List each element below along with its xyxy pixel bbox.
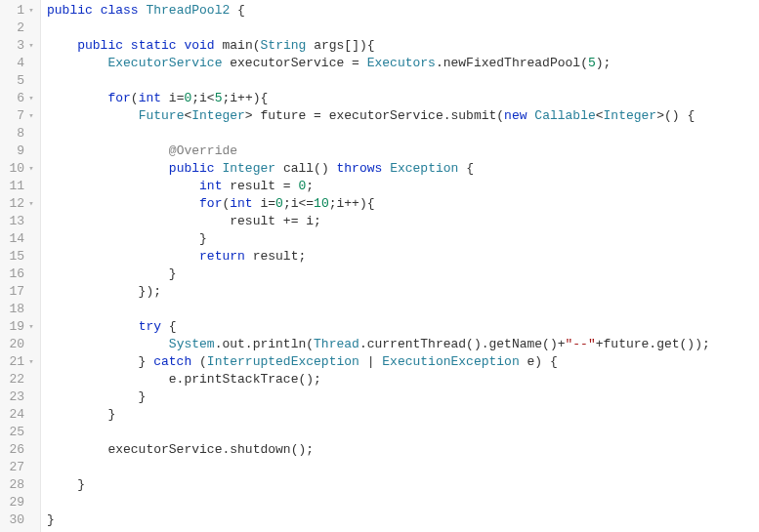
gutter-row: 10▾ <box>0 160 38 178</box>
token-id: main <box>223 38 253 53</box>
code-line: Future<Integer> future = executorService… <box>47 107 759 125</box>
token-pn <box>47 108 139 123</box>
token-pn: args[]){ <box>306 38 374 53</box>
token-kw: int <box>230 196 252 211</box>
code-area: public class ThreadPool2 { public static… <box>41 0 759 532</box>
code-line: for(int i=0;i<5;i++){ <box>47 90 759 107</box>
gutter-row: 2 <box>0 20 38 37</box>
gutter-row: 1▾ <box>0 2 38 20</box>
token-pn: } <box>47 512 55 527</box>
token-str: "--" <box>566 337 596 351</box>
gutter-row: 7▾ <box>0 107 38 125</box>
gutter-row: 30 <box>0 512 38 529</box>
line-number: 3 <box>17 37 26 55</box>
token-kw: public <box>169 161 215 176</box>
token-pn: } <box>47 231 207 246</box>
code-line: return result; <box>47 248 759 266</box>
fold-toggle-icon[interactable]: ▾ <box>26 90 36 107</box>
code-line: public Integer call() throws Exception { <box>47 160 759 178</box>
token-kw: new <box>504 108 527 123</box>
token-num-lit: 0 <box>275 196 283 211</box>
token-pn: { <box>230 3 245 18</box>
code-line <box>47 301 759 318</box>
line-number: 2 <box>17 20 26 37</box>
token-id: call <box>283 161 314 176</box>
token-kw: throws <box>337 161 383 176</box>
fold-toggle-icon[interactable]: ▾ <box>26 318 36 336</box>
line-number: 27 <box>9 459 26 476</box>
gutter-row: 13 <box>0 213 38 230</box>
token-pn <box>215 38 223 53</box>
token-pn <box>123 38 131 53</box>
token-kw: return <box>199 249 245 264</box>
token-pn: >() { <box>656 108 695 123</box>
token-pn <box>275 161 283 176</box>
gutter-row: 12▾ <box>0 195 38 213</box>
line-number: 11 <box>9 178 26 195</box>
fold-toggle-icon[interactable]: ▾ <box>26 195 36 213</box>
fold-toggle-icon[interactable]: ▾ <box>26 353 36 371</box>
line-number: 19 <box>9 318 26 336</box>
gutter-row: 8 <box>0 125 38 143</box>
token-kw: public <box>47 3 93 18</box>
line-number: 17 <box>9 283 26 301</box>
code-line: } <box>47 266 759 283</box>
line-number: 12 <box>9 195 26 213</box>
token-type: ExecutionException <box>382 354 519 369</box>
gutter-row: 14 <box>0 230 38 248</box>
line-number: 16 <box>9 266 26 283</box>
gutter-row: 9 <box>0 143 38 160</box>
token-num-lit: 10 <box>314 196 329 211</box>
gutter-row: 6▾ <box>0 90 38 107</box>
token-pn: result += i; <box>47 214 321 228</box>
token-pn: () <box>314 161 336 176</box>
line-number: 4 <box>17 55 26 72</box>
code-line: } <box>47 230 759 248</box>
line-number: 1 <box>17 2 26 20</box>
gutter-row: 4 <box>0 55 38 72</box>
code-line: ExecutorService executorService = Execut… <box>47 55 759 72</box>
token-pn: ;i++){ <box>222 91 268 105</box>
line-number: 13 <box>9 213 26 230</box>
token-pn: .currentThread().getName()+ <box>359 337 566 351</box>
code-line: e.printStackTrace(); <box>47 371 759 389</box>
token-ann: @Override <box>169 143 237 158</box>
line-number: 24 <box>9 406 26 424</box>
code-line: public static void main(String args[]){ <box>47 37 759 55</box>
gutter-row: 11 <box>0 178 38 195</box>
gutter-row: 28 <box>0 476 38 494</box>
fold-toggle-icon[interactable]: ▾ <box>26 107 36 125</box>
token-pn <box>47 143 169 158</box>
code-line <box>47 125 759 143</box>
code-line: } catch (InterruptedException | Executio… <box>47 353 759 371</box>
token-pn: }); <box>47 284 161 299</box>
token-pn <box>47 319 139 334</box>
fold-toggle-icon[interactable]: ▾ <box>26 160 36 178</box>
token-pn <box>47 56 107 70</box>
line-number: 21 <box>9 353 26 371</box>
fold-toggle-icon[interactable]: ▾ <box>26 2 36 20</box>
fold-toggle-icon[interactable]: ▾ <box>26 37 36 55</box>
token-type: Integer <box>191 108 245 123</box>
token-pn <box>47 179 199 193</box>
token-type: Callable <box>534 108 595 123</box>
line-number-gutter: 1▾23▾456▾7▾8910▾1112▾13141516171819▾2021… <box>0 0 41 532</box>
code-line: } <box>47 512 759 529</box>
token-pn: | <box>359 354 382 369</box>
line-number: 18 <box>9 301 26 318</box>
line-number: 23 <box>9 389 26 406</box>
gutter-row: 16 <box>0 266 38 283</box>
token-pn: ( <box>191 354 207 369</box>
token-kw: try <box>139 319 161 334</box>
gutter-row: 5 <box>0 72 38 90</box>
token-num-lit: 5 <box>588 56 596 70</box>
gutter-row: 15 <box>0 248 38 266</box>
code-line: }); <box>47 283 759 301</box>
token-pn: result = <box>222 179 298 193</box>
token-type: Exception <box>390 161 458 176</box>
code-line: for(int i=0;i<=10;i++){ <box>47 195 759 213</box>
code-line: try { <box>47 318 759 336</box>
token-kw: catch <box>153 354 191 369</box>
token-pn <box>47 91 107 105</box>
token-pn <box>47 38 77 53</box>
